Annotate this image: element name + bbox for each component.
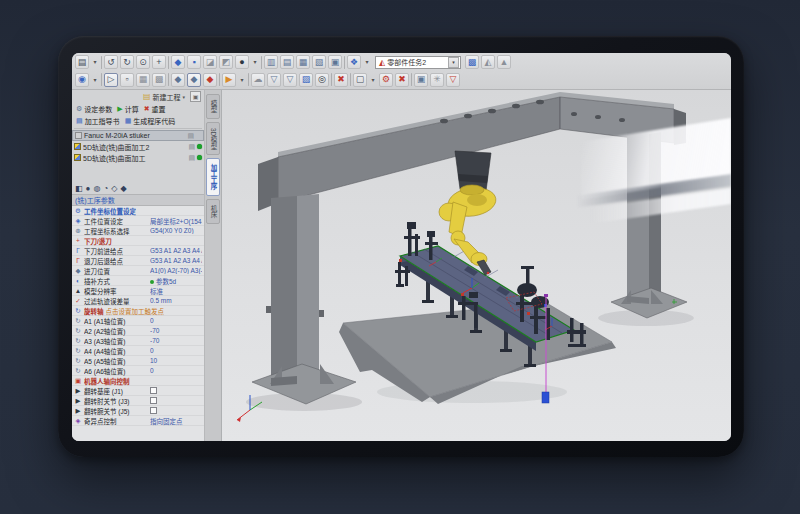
- vertical-tab[interactable]: 3D模型: [206, 122, 220, 155]
- shade-icon[interactable]: ◍: [93, 184, 100, 193]
- clapper-icon[interactable]: ▦: [136, 73, 150, 87]
- funnel2-icon[interactable]: ▽: [283, 73, 297, 87]
- property-row[interactable]: ↻ A2 (A2轴位置) -70: [72, 326, 204, 336]
- ink-dropdown-icon[interactable]: ▾: [91, 73, 99, 87]
- property-value[interactable]: A1(0) A2(-70) A3(-70): [150, 267, 202, 274]
- part-icon[interactable]: ◔: [103, 184, 108, 193]
- property-row[interactable]: ↻ A4 (A4轴位置) 0: [72, 346, 204, 356]
- property-row[interactable]: ⊕ 工程坐标系选择 G54(X0 Y0 Z0): [72, 226, 204, 236]
- doc-delete-icon[interactable]: ✖: [395, 73, 409, 87]
- view-dropdown-icon[interactable]: ▾: [251, 55, 259, 69]
- hand-icon[interactable]: ▶: [222, 73, 236, 87]
- property-value[interactable]: 0.5 mm: [150, 297, 202, 304]
- set-params-button[interactable]: ⚙ 设定参数: [76, 104, 112, 114]
- work-instruction-button[interactable]: ▤ 加工指导书: [76, 116, 120, 126]
- property-row[interactable]: ◆ 进刀位置 A1(0) A2(-70) A3(-70): [72, 266, 204, 276]
- property-value[interactable]: 0: [150, 347, 202, 354]
- task-combobox[interactable]: ◭ 零部件任务2 ▾: [375, 56, 461, 69]
- property-row[interactable]: ▣ 机器人轴向控制: [72, 376, 204, 386]
- property-value[interactable]: G53 A1 A2 A3 A4 A5 A: [150, 257, 202, 264]
- sketch2-icon[interactable]: ◩: [219, 55, 233, 69]
- new-project-button[interactable]: 新建工程: [152, 92, 180, 102]
- property-row[interactable]: ◈ 奇异点控制 指向固定点: [72, 416, 204, 426]
- property-value[interactable]: -70: [150, 327, 202, 334]
- property-row[interactable]: ↻ A3 (A3轴位置) -70: [72, 336, 204, 346]
- material-icon[interactable]: ◆: [120, 184, 126, 193]
- doc-dropdown-icon[interactable]: ▾: [369, 73, 377, 87]
- sync-icon[interactable]: ◇: [111, 184, 117, 193]
- viewport-3d[interactable]: [222, 90, 731, 441]
- hand-dropdown-icon[interactable]: ▾: [238, 73, 246, 87]
- clapper2-icon[interactable]: ▩: [152, 73, 166, 87]
- property-row[interactable]: ▶ 翻转基座 (J1): [72, 386, 204, 396]
- delete-task-icon[interactable]: ✖: [334, 73, 348, 87]
- screen-icon[interactable]: ▣: [414, 73, 428, 87]
- property-value[interactable]: G53 A1 A2 A3 A4 A5 A: [150, 247, 202, 254]
- lock-icon[interactable]: ◧: [75, 184, 83, 193]
- property-value[interactable]: [150, 397, 202, 405]
- tree-row[interactable]: Fanuc M-20iA stiuker ▤: [72, 130, 204, 141]
- property-row[interactable]: ↻ A1 (A1轴位置) 0: [72, 316, 204, 326]
- property-value[interactable]: [150, 407, 202, 415]
- sheet-icon[interactable]: ▤: [187, 132, 194, 140]
- property-row[interactable]: ⚙ 工件坐标位置设定: [72, 206, 204, 216]
- property-value[interactable]: 10: [150, 357, 202, 364]
- mill-icon[interactable]: ◎: [315, 73, 329, 87]
- render-icon[interactable]: ●: [235, 55, 249, 69]
- gear-red-icon[interactable]: ⚙: [379, 73, 393, 87]
- property-row[interactable]: ▲ 模型分辨率 标准: [72, 286, 204, 296]
- tree-row[interactable]: 5D轨迹(铣)曲面加工 ▤: [72, 152, 204, 163]
- wp-mode-icon[interactable]: ◆: [171, 73, 185, 87]
- new-project-dropdown-icon[interactable]: ▾: [182, 94, 185, 100]
- doc-icon[interactable]: ▢: [353, 73, 367, 87]
- funnel-icon[interactable]: ▽: [267, 73, 281, 87]
- save-icon[interactable]: ▤: [75, 55, 89, 69]
- zoom-icon[interactable]: ⊙: [136, 55, 150, 69]
- combobox-dropdown-icon[interactable]: ▾: [448, 57, 459, 68]
- funnel-red-icon[interactable]: ▽: [446, 73, 460, 87]
- shaded-view-icon[interactable]: ◆: [171, 55, 185, 69]
- sphere-icon[interactable]: ●: [86, 184, 91, 193]
- orbit-icon[interactable]: ↺: [104, 55, 118, 69]
- property-value[interactable]: 0: [150, 317, 202, 324]
- property-value[interactable]: -70: [150, 337, 202, 344]
- reset-button[interactable]: ✖ 重置: [144, 104, 166, 114]
- ink-icon[interactable]: ◉: [75, 73, 89, 87]
- property-value[interactable]: 指向固定点: [150, 416, 202, 426]
- stage-setup-icon[interactable]: ▣: [328, 55, 342, 69]
- sim-path-icon[interactable]: ▨: [299, 73, 313, 87]
- pan-icon[interactable]: +: [152, 55, 166, 69]
- panel-pin-icon[interactable]: ▣: [190, 91, 201, 102]
- calculate-button[interactable]: ▶ 计算: [117, 104, 138, 114]
- sim2-icon[interactable]: ✳: [430, 73, 444, 87]
- vertical-tab[interactable]: 加工工序: [206, 158, 220, 196]
- property-row[interactable]: ↻ 旋转轴 点击设置加工触发点: [72, 306, 204, 316]
- property-row[interactable]: ◈ 工件位置设定 局部坐标2+O(1544.582: [72, 216, 204, 226]
- property-value[interactable]: [150, 387, 202, 395]
- sheet-icon[interactable]: ▤: [188, 143, 195, 151]
- measure-icon[interactable]: ◭: [481, 55, 495, 69]
- property-row[interactable]: ▶ 翻转肘关节 (J3): [72, 396, 204, 406]
- fixture-setup-icon[interactable]: ▦: [296, 55, 310, 69]
- vertical-tab[interactable]: 模型: [206, 94, 220, 119]
- feature-icon[interactable]: ❖: [347, 55, 361, 69]
- sheet-icon[interactable]: ▤: [188, 154, 195, 162]
- save-dropdown-icon[interactable]: ▾: [91, 55, 99, 69]
- report-icon[interactable]: ▩: [465, 55, 479, 69]
- wp-mode3-icon[interactable]: ◆: [203, 73, 217, 87]
- tree-row[interactable]: 5D轨迹(铣)曲面加工2 ▤: [72, 141, 204, 152]
- property-value[interactable]: 点击设置加工触发点: [106, 306, 203, 316]
- select-box-icon[interactable]: ▫: [120, 73, 134, 87]
- property-value[interactable]: G54(X0 Y0 Z0): [150, 227, 202, 234]
- cloud-icon[interactable]: ☁: [251, 73, 265, 87]
- property-row[interactable]: ◐ 插补方式 参数5d: [72, 276, 204, 286]
- property-value[interactable]: 参数5d: [150, 276, 202, 286]
- vertical-tab[interactable]: 机床: [206, 199, 220, 224]
- property-row[interactable]: Γ 下刀前进给点 G53 A1 A2 A3 A4 A5 A: [72, 246, 204, 256]
- sketch-icon[interactable]: ◪: [203, 55, 217, 69]
- property-row[interactable]: ↻ A6 (A6轴位置) 0: [72, 366, 204, 376]
- select-arrow-icon[interactable]: ▷: [104, 73, 118, 87]
- property-row[interactable]: ✓ 过滤轨迹误差量 0.5 mm: [72, 296, 204, 306]
- property-row[interactable]: ↻ A5 (A5轴位置) 10: [72, 356, 204, 366]
- point-view-icon[interactable]: ▪: [187, 55, 201, 69]
